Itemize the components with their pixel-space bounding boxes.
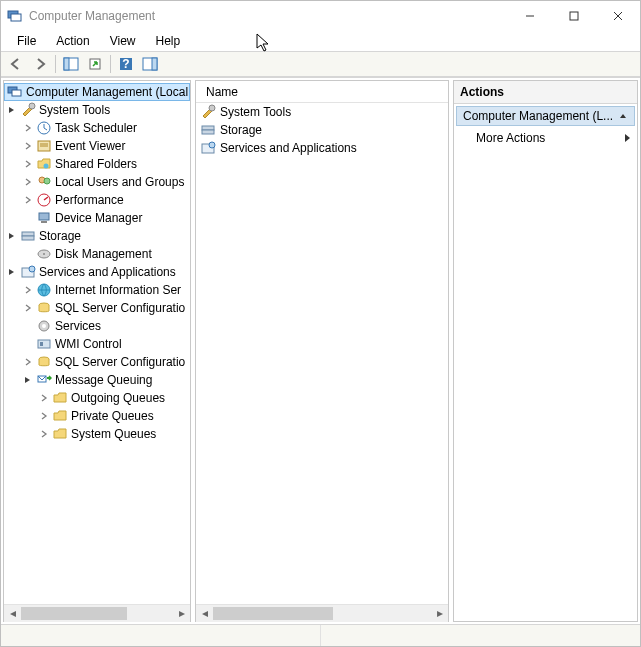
scroll-left-icon[interactable]: ◂ <box>4 605 21 622</box>
show-hide-action-button[interactable] <box>139 53 161 75</box>
tree-label: Local Users and Groups <box>54 175 184 189</box>
list-hscroll[interactable]: ◂ ▸ <box>196 604 448 621</box>
svg-point-44 <box>209 142 215 148</box>
tree-system-queues[interactable]: System Queues <box>4 425 190 443</box>
menu-file[interactable]: File <box>7 32 46 50</box>
tree-services[interactable]: Services <box>4 317 190 335</box>
toolbar: ? <box>1 51 640 77</box>
computer-icon <box>7 84 23 100</box>
tree-device-manager[interactable]: Device Manager <box>4 209 190 227</box>
tree-label: WMI Control <box>54 337 122 351</box>
actions-group[interactable]: Computer Management (L... <box>456 106 635 126</box>
forward-button[interactable] <box>29 53 51 75</box>
tree-label: Event Viewer <box>54 139 125 153</box>
list-header[interactable]: Name <box>196 81 448 103</box>
tree-storage[interactable]: Storage <box>4 227 190 245</box>
expand-icon[interactable] <box>22 194 34 206</box>
services-apps-icon <box>200 140 216 156</box>
maximize-button[interactable] <box>552 1 596 31</box>
tree: Computer Management (Local System Tools … <box>4 81 190 604</box>
svg-rect-42 <box>202 130 214 134</box>
svg-rect-37 <box>40 342 43 346</box>
minimize-button[interactable] <box>508 1 552 31</box>
scroll-right-icon[interactable]: ▸ <box>431 605 448 622</box>
performance-icon <box>36 192 52 208</box>
tree-local-users[interactable]: Local Users and Groups <box>4 173 190 191</box>
sql-icon <box>36 300 52 316</box>
expand-icon[interactable] <box>38 392 50 404</box>
svg-text:?: ? <box>122 57 129 71</box>
expand-icon[interactable] <box>22 356 34 368</box>
menu-help[interactable]: Help <box>146 32 191 50</box>
tree-msmq[interactable]: Message Queuing <box>4 371 190 389</box>
close-button[interactable] <box>596 1 640 31</box>
collapse-icon[interactable] <box>618 111 628 121</box>
tree-sql-config-2[interactable]: SQL Server Configuratio <box>4 353 190 371</box>
app-icon <box>7 8 23 24</box>
tree-private-queues[interactable]: Private Queues <box>4 407 190 425</box>
tree-wmi[interactable]: WMI Control <box>4 335 190 353</box>
menu-action[interactable]: Action <box>46 32 99 50</box>
list-item-system-tools[interactable]: System Tools <box>196 103 448 121</box>
expand-icon[interactable] <box>22 140 34 152</box>
list-item-services-apps[interactable]: Services and Applications <box>196 139 448 157</box>
svg-rect-7 <box>64 58 69 70</box>
actions-header: Actions <box>454 81 637 104</box>
expand-icon[interactable] <box>22 176 34 188</box>
expand-icon[interactable] <box>38 428 50 440</box>
collapse-icon[interactable] <box>6 266 18 278</box>
expand-icon[interactable] <box>38 410 50 422</box>
list-item-storage[interactable]: Storage <box>196 121 448 139</box>
status-cell <box>321 625 640 646</box>
help-button[interactable]: ? <box>115 53 137 75</box>
list-item-label: Storage <box>220 123 262 137</box>
menu-view[interactable]: View <box>100 32 146 50</box>
gear-icon <box>36 318 52 334</box>
tools-icon <box>200 104 216 120</box>
col-name[interactable]: Name <box>202 82 242 102</box>
tree-shared-folders[interactable]: Shared Folders <box>4 155 190 173</box>
status-cell <box>1 625 321 646</box>
expand-icon[interactable] <box>22 284 34 296</box>
show-hide-tree-button[interactable] <box>60 53 82 75</box>
tree-task-scheduler[interactable]: Task Scheduler <box>4 119 190 137</box>
tree-label: Outgoing Queues <box>70 391 165 405</box>
list-pane: Name System Tools Storage Services and A… <box>195 80 449 622</box>
tree-label: Private Queues <box>70 409 154 423</box>
tree-iis[interactable]: Internet Information Ser <box>4 281 190 299</box>
tree-hscroll[interactable]: ◂ ▸ <box>4 604 190 621</box>
tree-event-viewer[interactable]: Event Viewer <box>4 137 190 155</box>
expand-icon[interactable] <box>22 158 34 170</box>
collapse-icon[interactable] <box>22 374 34 386</box>
tree-root[interactable]: Computer Management (Local <box>4 83 190 101</box>
collapse-icon[interactable] <box>6 104 18 116</box>
scroll-left-icon[interactable]: ◂ <box>196 605 213 622</box>
actions-item-label: More Actions <box>476 131 545 145</box>
workspace: Computer Management (Local System Tools … <box>1 77 640 624</box>
tree-label: Shared Folders <box>54 157 137 171</box>
tree-outgoing-queues[interactable]: Outgoing Queues <box>4 389 190 407</box>
folder-icon <box>52 426 68 442</box>
tree-label: Task Scheduler <box>54 121 137 135</box>
expand-icon[interactable] <box>22 122 34 134</box>
actions-more[interactable]: More Actions <box>454 128 637 148</box>
tree-label: SQL Server Configuratio <box>54 355 185 369</box>
clock-icon <box>36 120 52 136</box>
msmq-icon <box>36 372 52 388</box>
back-button[interactable] <box>5 53 27 75</box>
storage-icon <box>20 228 36 244</box>
folder-icon <box>52 390 68 406</box>
tree-system-tools[interactable]: System Tools <box>4 101 190 119</box>
svg-rect-27 <box>22 236 34 240</box>
export-button[interactable] <box>84 53 106 75</box>
tree-label: Services <box>54 319 101 333</box>
tree-services-apps[interactable]: Services and Applications <box>4 263 190 281</box>
tree-pane: Computer Management (Local System Tools … <box>3 80 191 622</box>
users-icon <box>36 174 52 190</box>
expand-icon[interactable] <box>22 302 34 314</box>
scroll-right-icon[interactable]: ▸ <box>173 605 190 622</box>
tree-sql-config-1[interactable]: SQL Server Configuratio <box>4 299 190 317</box>
tree-disk-management[interactable]: Disk Management <box>4 245 190 263</box>
tree-performance[interactable]: Performance <box>4 191 190 209</box>
collapse-icon[interactable] <box>6 230 18 242</box>
